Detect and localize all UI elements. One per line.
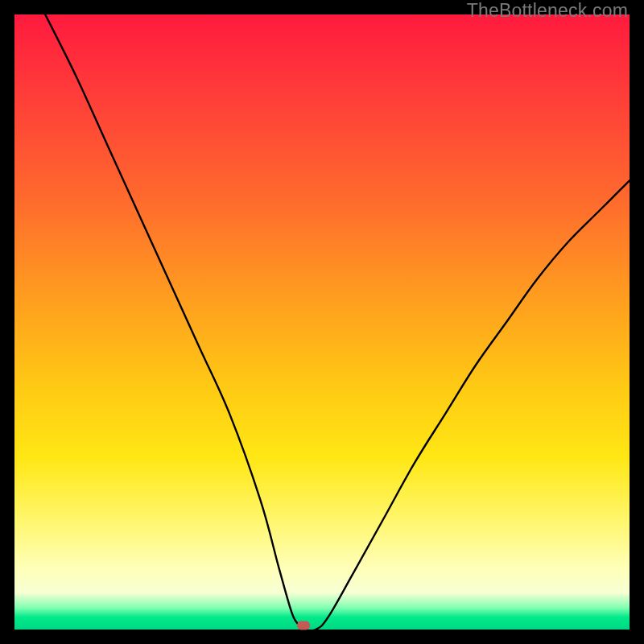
plot-area (14, 14, 630, 630)
bottleneck-curve (14, 14, 630, 630)
chart-frame: TheBottleneck.com (0, 0, 644, 644)
watermark-text: TheBottleneck.com (467, 0, 628, 22)
optimal-point-marker (297, 621, 310, 630)
